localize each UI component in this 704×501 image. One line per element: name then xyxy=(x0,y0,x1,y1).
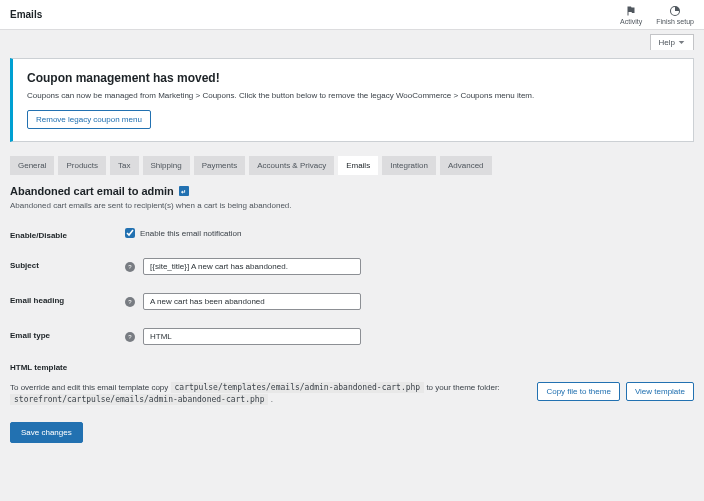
save-button[interactable]: Save changes xyxy=(10,422,83,443)
settings-tabs: GeneralProductsTaxShippingPaymentsAccoun… xyxy=(10,156,694,175)
help-icon[interactable]: ? xyxy=(125,297,135,307)
chevron-down-icon xyxy=(678,39,685,46)
tab-integration[interactable]: Integration xyxy=(382,156,436,175)
progress-icon xyxy=(669,5,681,17)
tab-payments[interactable]: Payments xyxy=(194,156,246,175)
enable-checkbox-wrap[interactable]: Enable this email notification xyxy=(125,228,241,238)
notice-body: Coupons can now be managed from Marketin… xyxy=(27,91,679,100)
tab-general[interactable]: General xyxy=(10,156,54,175)
view-template-button[interactable]: View template xyxy=(626,382,694,401)
help-icon[interactable]: ? xyxy=(125,332,135,342)
tab-accounts-privacy[interactable]: Accounts & Privacy xyxy=(249,156,334,175)
type-label: Email type xyxy=(10,328,125,340)
page-title: Emails xyxy=(10,9,42,20)
finish-setup-button[interactable]: Finish setup xyxy=(656,5,694,25)
tab-products[interactable]: Products xyxy=(58,156,106,175)
back-icon[interactable]: ↵ xyxy=(179,186,189,196)
heading-label: Email heading xyxy=(10,293,125,305)
tab-emails[interactable]: Emails xyxy=(338,156,378,175)
remove-legacy-coupon-button[interactable]: Remove legacy coupon menu xyxy=(27,110,151,129)
help-tab[interactable]: Help xyxy=(650,34,694,50)
copy-file-button[interactable]: Copy file to theme xyxy=(537,382,619,401)
subject-label: Subject xyxy=(10,258,125,270)
enable-checkbox[interactable] xyxy=(125,228,135,238)
template-path-dest: storefront/cartpulse/emails/admin-abando… xyxy=(10,394,268,405)
heading-input[interactable] xyxy=(143,293,361,310)
template-path-source: cartpulse/templates/emails/admin-abandon… xyxy=(171,382,425,393)
template-desc: To override and edit this email template… xyxy=(10,382,527,406)
activity-button[interactable]: Activity xyxy=(620,5,642,25)
subject-input[interactable] xyxy=(143,258,361,275)
tab-advanced[interactable]: Advanced xyxy=(440,156,492,175)
tab-tax[interactable]: Tax xyxy=(110,156,138,175)
flag-icon xyxy=(625,5,637,17)
notice-coupon-moved: Coupon management has moved! Coupons can… xyxy=(10,58,694,142)
help-icon[interactable]: ? xyxy=(125,262,135,272)
template-title: HTML template xyxy=(10,363,694,372)
notice-title: Coupon management has moved! xyxy=(27,71,679,85)
type-select[interactable] xyxy=(143,328,361,345)
section-desc: Abandoned cart emails are sent to recipi… xyxy=(10,201,694,210)
section-title: Abandoned cart email to admin xyxy=(10,185,174,197)
enable-label: Enable/Disable xyxy=(10,228,125,240)
tab-shipping[interactable]: Shipping xyxy=(143,156,190,175)
